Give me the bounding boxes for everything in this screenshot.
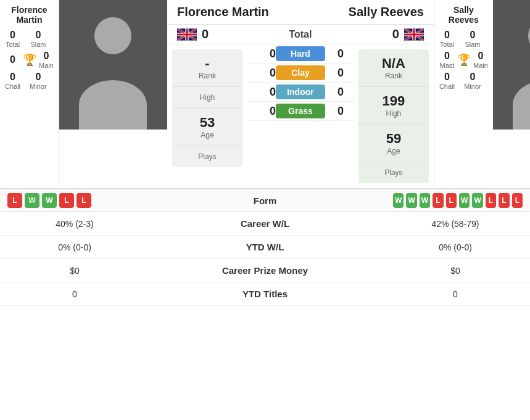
form-center-label: Form [137,196,393,206]
surface-rows: 0 Hard 0 0 Clay 0 0 Indoor 0 0 Grass 0 [247,44,354,121]
right-flag-side: 0 [392,27,424,41]
comparison-row-3: 0 YTD Titles 0 [0,282,530,306]
left-slam-cell: 0 Slam [23,30,54,48]
right-avatar-body [513,80,530,130]
right-player-name: Sally Reeves [349,5,424,19]
left-chall-label: Chall [5,83,20,90]
comparison-row-1: 0% (0-0) YTD W/L 0% (0-0) [0,236,530,259]
left-high-row: High [172,87,242,109]
form-left: LWWLL [7,193,137,208]
right-age-label: Age [368,147,419,155]
left-player-name: Florence Martin [177,5,269,19]
left-high-label: High [182,93,233,102]
surface-left-num-1: 0 [257,67,276,80]
surface-row-grass: 0 Grass 0 [247,102,354,121]
right-chall-value: 0 [439,72,455,83]
left-total-number: 0 [202,27,209,41]
form-right-badge-2: W [420,193,430,208]
right-high-value: 199 [368,93,419,109]
right-main-wrapper: 🏆 0 Main [457,51,488,69]
middle-layout: - Rank High 53 Age Pla [167,44,434,188]
left-total-label: Total [5,41,20,48]
right-main-label: Main [473,62,488,69]
right-rank-row: N/A Rank [358,49,429,87]
surface-right-num-1: 0 [325,67,344,80]
form-right-badge-0: W [393,193,404,208]
left-rank-value: - [182,56,233,72]
right-total-cell: 0 Total [439,30,455,48]
form-right-badge-1: W [406,193,416,208]
form-right: WWWLLWWLLL [393,193,523,208]
left-main-label: Main [39,62,54,69]
comp-right-3: 0 [391,289,520,299]
surface-btn-3: Grass [276,104,325,118]
left-flag-icon [177,28,197,41]
left-mast-value: 0 [10,54,15,65]
form-left-badge-3: L [59,193,74,208]
left-stats-grid: 0 Total 0 Slam 0 🏆 0 Main [5,30,54,90]
left-plays-label: Plays [182,152,233,161]
left-age-row: 53 Age [172,109,242,146]
comparison-row-0: 40% (2-3) Career W/L 42% (58-79) [0,212,530,236]
right-chall-cell: 0 Chall [439,72,455,90]
right-rank-label: Rank [368,72,419,80]
right-player-panel: Sally Reeves 0 Total 0 Slam 0 Mast 🏆 [434,0,493,188]
surface-right-num-2: 0 [325,86,344,99]
right-plays-label: Plays [368,168,419,177]
form-right-badge-6: W [472,193,482,208]
player-names-row: Florence Martin Sally Reeves [167,0,434,25]
total-label: Total [289,29,312,40]
surface-row-clay: 0 Clay 0 [247,64,354,83]
right-card: N/A Rank 199 High 59 Age [358,49,429,183]
comp-right-2: $0 [391,266,520,276]
comp-left-1: 0% (0-0) [10,242,139,252]
left-plays-row: Plays [172,146,242,167]
surface-right-num-0: 0 [325,47,344,60]
right-slam-value: 0 [457,30,488,41]
left-minor-label: Minor [23,83,54,90]
flags-totals-row: 0 Total 0 [167,25,434,44]
right-age-value: 59 [368,131,419,147]
form-left-badge-4: L [77,193,91,208]
comparison-rows: 40% (2-3) Career W/L 42% (58-79) 0% (0-0… [0,212,530,306]
right-flag-icon [404,28,424,41]
right-trophy-icon: 🏆 [457,53,471,67]
right-minor-label: Minor [457,83,488,90]
right-player-name-panel: Sally Reeves [439,5,488,25]
right-mast-cell: 0 Mast [439,51,455,69]
surface-left-num-0: 0 [257,47,276,60]
form-left-badge-2: W [42,193,57,208]
left-main-value: 0 [39,51,54,62]
form-left-badge-1: W [25,193,39,208]
comp-label-3: YTD Titles [139,289,391,299]
right-high-row: 199 High [358,87,429,125]
right-chall-label: Chall [439,83,455,90]
right-plays-row: Plays [358,162,429,183]
form-right-badge-4: L [446,193,457,208]
form-right-badge-5: W [459,193,470,208]
right-age-row: 59 Age [358,125,429,162]
surface-btn-0: Hard [276,46,325,61]
right-stats-col: N/A Rank 199 High 59 Age [354,44,434,188]
main-container: Florence Martin Sally Reeves 0 Total [0,0,530,306]
comp-left-3: 0 [10,289,139,299]
center-section: Florence Martin Sally Reeves 0 Total [167,0,434,188]
right-high-label: High [368,109,419,118]
left-trophy-icon: 🏆 [23,53,36,67]
left-mast-cell: 0 [5,51,20,69]
form-right-badge-9: L [512,193,523,208]
left-mast-label-cell: 🏆 0 Main [23,51,54,69]
left-rank-label: Rank [182,72,233,80]
left-slam-value: 0 [23,30,54,41]
left-stats-col: - Rank High 53 Age Pla [167,44,247,188]
left-age-value: 53 [182,115,233,131]
right-minor-cell: 0 Minor [457,72,488,90]
form-right-badge-3: L [433,193,443,208]
surface-btn-1: Clay [276,65,325,80]
comp-left-0: 40% (2-3) [10,219,139,229]
right-minor-value: 0 [457,72,488,83]
right-total-value: 0 [439,30,455,41]
left-avatar [59,0,167,130]
left-age-label: Age [182,131,233,139]
left-chall-value: 0 [5,72,20,83]
